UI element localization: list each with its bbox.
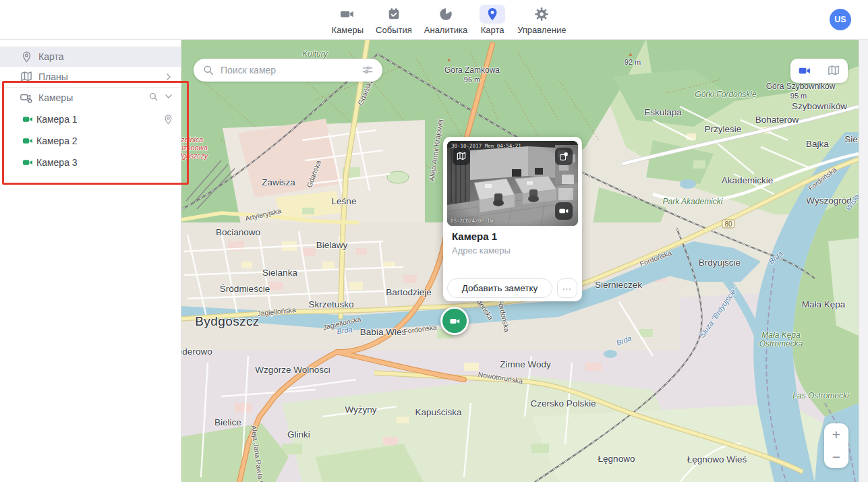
green-camera-icon [20,133,35,148]
map-layer-button[interactable] [822,61,845,81]
video-camera-icon [449,315,461,327]
locate-on-map-pin-icon[interactable] [163,114,174,125]
page-scrollbar[interactable] [859,0,868,482]
top-navigation-bar: Камеры События Аналитика Карта [0,0,868,40]
show-on-plan-button[interactable] [453,148,470,165]
sidebar-section-cameras[interactable]: Камеры [0,88,181,107]
camera-item-label: Камера 2 [36,135,78,146]
popup-camera-title: Камера 1 [452,231,497,242]
osd-camera-model: DS-2CD2420F-IW [451,218,493,224]
cameras-layer-button[interactable] [793,61,816,81]
video-camera-icon [335,5,360,24]
map-pin-outline-icon [19,49,34,64]
add-note-button[interactable]: Добавить заметку [447,278,552,298]
tab-label: Аналитика [424,25,467,35]
camera-item-label: Камера 3 [36,157,78,168]
live-video-button[interactable] [555,202,573,220]
camera-map-marker[interactable] [440,307,469,335]
folded-map-icon [456,151,467,162]
sidebar-item-plans[interactable]: Планы [0,67,181,87]
detach-window-icon [558,151,569,162]
vms-application: Камеры События Аналитика Карта [0,0,868,482]
camera-list-item-2[interactable]: Камера 2 [0,130,181,152]
tab-label: События [376,25,412,35]
map-layer-controls [790,59,848,83]
tab-label: Камеры [332,25,364,35]
camera-item-label: Камера 1 [36,114,78,125]
camera-list-item-1[interactable]: Камера 1 [0,109,181,130]
sidebar-divider [0,87,181,88]
search-input[interactable] [219,64,361,76]
cameras-group-icon [19,90,34,105]
detach-preview-button[interactable] [555,148,573,165]
filter-sliders-icon[interactable] [361,63,374,77]
sidebar-section-label: Камеры [38,92,73,103]
video-camera-icon [558,206,569,216]
chevron-right-icon[interactable] [163,71,174,82]
zoom-in-button[interactable]: + [824,423,848,446]
map-canvas[interactable]: Kultury▲Góra Zamkowa96 m▲92 mGórki Fordo… [181,39,859,482]
app-body: Карта Планы Камеры [0,39,868,482]
map-pin-icon [480,5,505,24]
tab-management[interactable]: Управление [517,5,566,35]
camera-popup-card: 30-10-2017 Mon 04:54:21 DS-2CD2420F-IW К… [443,137,582,301]
search-icon [202,63,215,77]
tab-cameras[interactable]: Камеры [332,5,364,35]
tab-label: Карта [481,25,504,35]
folded-map-icon [19,69,34,84]
tab-analytics[interactable]: Аналитика [424,5,467,35]
analytics-pie-icon [433,5,459,24]
map-zoom-controls: + − [824,423,848,468]
chevron-down-icon[interactable] [163,91,174,105]
green-camera-icon [20,112,35,127]
camera-thumbnail[interactable]: 30-10-2017 Mon 04:54:21 DS-2CD2420F-IW [447,141,578,226]
left-sidebar: Карта Планы Камеры [0,39,181,482]
tab-events[interactable]: События [376,5,412,35]
sidebar-item-map[interactable]: Карта [0,47,181,67]
sidebar-item-label: Карта [38,51,63,62]
camera-list-item-3[interactable]: Камера 3 [0,152,181,173]
sidebar-item-label: Планы [38,71,68,82]
popup-camera-address: Адрес камеры [452,245,511,255]
events-calendar-icon [381,5,407,24]
zoom-out-button[interactable]: − [824,446,848,468]
more-actions-button[interactable]: ⋯ [557,278,577,298]
tab-label: Управление [517,25,566,35]
tab-map[interactable]: Карта [480,5,505,35]
camera-search-bar [194,59,382,82]
search-icon[interactable] [148,91,159,105]
gear-icon [529,5,554,24]
main-tabs: Камеры События Аналитика Карта [332,0,567,39]
user-avatar[interactable]: US [830,9,851,30]
green-camera-icon [20,155,35,170]
